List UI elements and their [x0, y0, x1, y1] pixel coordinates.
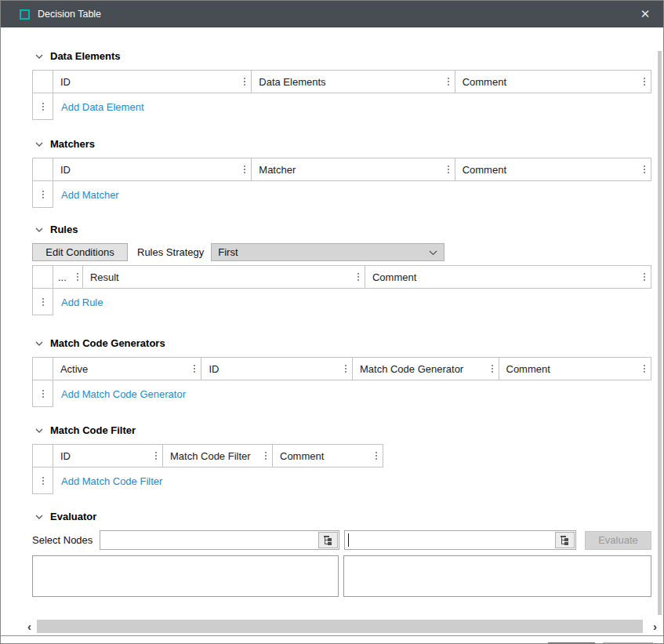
column-menu-icon[interactable]: [644, 166, 645, 173]
rules-strategy-select[interactable]: First: [211, 243, 444, 261]
row-menu-cell[interactable]: [32, 93, 53, 120]
column-header-active: Active: [53, 357, 202, 380]
text-caret: [348, 533, 349, 547]
select-nodes-input-2[interactable]: [344, 530, 576, 550]
select-nodes-input-1[interactable]: [100, 530, 339, 550]
close-icon[interactable]: ✕: [627, 1, 663, 27]
section-header-evaluator[interactable]: Evaluator: [32, 510, 651, 523]
column-label: Matcher: [259, 164, 296, 176]
decision-table-dialog: Decision Table ✕ Data Elements ID: [0, 0, 664, 644]
row-menu-cell[interactable]: [32, 289, 53, 315]
column-menu-icon[interactable]: [244, 78, 245, 86]
add-match-code-generator-link[interactable]: Add Match Code Generator: [53, 380, 186, 407]
add-match-code-filter-link[interactable]: Add Match Code Filter: [53, 468, 162, 494]
column-header-id: ID: [201, 357, 353, 380]
chevron-down-icon: [35, 54, 43, 59]
section-header-rules[interactable]: Rules: [32, 223, 651, 236]
column-menu-icon[interactable]: [492, 365, 493, 373]
column-menu-icon[interactable]: [77, 273, 78, 281]
evaluate-button[interactable]: Evaluate: [585, 531, 651, 550]
row-selector-header: [32, 70, 53, 93]
section-title: Matchers: [50, 138, 95, 150]
column-label: Comment: [463, 164, 506, 176]
scrollbar-thumb[interactable]: [37, 620, 643, 633]
column-header-id: ID: [53, 158, 252, 181]
section-title: Match Code Filter: [50, 424, 136, 436]
header-row: Active ID Match Code Generator Comment: [32, 357, 651, 380]
section-header-match-code-generators[interactable]: Match Code Generators: [32, 337, 651, 350]
row-menu-icon[interactable]: [42, 191, 44, 198]
column-header-result: Result: [83, 265, 365, 289]
row-menu-icon[interactable]: [42, 390, 44, 398]
vertical-scrollbar[interactable]: [658, 51, 662, 615]
row-menu-cell[interactable]: [32, 468, 53, 494]
section-title: Match Code Generators: [50, 337, 165, 349]
section-header-matchers[interactable]: Matchers: [32, 137, 651, 151]
add-row: Add Rule: [32, 289, 651, 315]
column-menu-icon[interactable]: [244, 166, 245, 173]
column-menu-icon[interactable]: [345, 365, 347, 373]
column-menu-icon[interactable]: [448, 166, 449, 173]
chevron-down-icon: [429, 246, 437, 258]
column-header-id: ID: [53, 70, 252, 93]
row-selector-header: [32, 158, 53, 181]
evaluator-controls: Select Nodes: [32, 530, 651, 550]
row-menu-cell[interactable]: [32, 181, 53, 208]
column-menu-icon[interactable]: [644, 365, 645, 373]
column-header-comment: Comment: [273, 444, 383, 468]
section-evaluator: Evaluator Select Nodes: [32, 510, 651, 597]
column-label: Comment: [463, 76, 506, 88]
add-data-element-link[interactable]: Add Data Element: [53, 93, 144, 120]
header-row: ID Match Code Filter Comment: [32, 444, 384, 468]
tree-icon: [323, 535, 334, 546]
column-menu-icon[interactable]: [376, 452, 377, 460]
section-title: Evaluator: [50, 511, 96, 522]
section-header-match-code-filter[interactable]: Match Code Filter: [32, 424, 651, 437]
column-menu-icon[interactable]: [357, 273, 359, 281]
column-label: Result: [90, 271, 119, 283]
row-menu-icon[interactable]: [42, 103, 44, 111]
column-header-conditions: ...: [53, 265, 83, 289]
column-menu-icon[interactable]: [265, 452, 267, 460]
section-title: Data Elements: [50, 50, 121, 62]
add-matcher-link[interactable]: Add Matcher: [53, 181, 119, 208]
row-menu-cell[interactable]: [32, 380, 53, 407]
rules-strategy-value: First: [218, 246, 238, 258]
section-match-code-generators: Match Code Generators Active ID Match Co…: [32, 337, 651, 407]
row-menu-icon[interactable]: [42, 298, 44, 306]
chevron-down-icon: [35, 227, 43, 232]
section-rules: Rules Edit Conditions Rules Strategy Fir…: [32, 223, 651, 315]
column-header-comment: Comment: [455, 158, 651, 181]
section-data-elements: Data Elements ID Data Elements Comment: [32, 49, 651, 120]
column-menu-icon[interactable]: [644, 273, 645, 281]
add-row: Add Match Code Generator: [32, 380, 651, 407]
column-label: ID: [60, 76, 71, 88]
scroll-right-icon[interactable]: ›: [649, 620, 661, 633]
rules-controls: Edit Conditions Rules Strategy First: [32, 243, 651, 261]
column-menu-icon[interactable]: [644, 78, 645, 86]
column-label: Match Code Generator: [360, 363, 463, 375]
add-row: Add Match Code Filter: [32, 468, 384, 494]
horizontal-scrollbar[interactable]: ‹ ›: [24, 618, 661, 634]
section-header-data-elements[interactable]: Data Elements: [32, 49, 651, 63]
row-menu-icon[interactable]: [42, 477, 44, 485]
tree-picker-button[interactable]: [555, 532, 575, 548]
match-code-generators-grid: Active ID Match Code Generator Comment: [32, 357, 651, 407]
rules-grid: ... Result Comment: [32, 265, 651, 315]
scrollbar-track[interactable]: [35, 620, 649, 633]
evaluator-output-right: [343, 555, 652, 597]
column-label: ID: [60, 450, 71, 462]
add-rule-link[interactable]: Add Rule: [53, 289, 103, 315]
section-title: Rules: [50, 224, 78, 235]
tree-icon: [560, 535, 571, 546]
column-menu-icon[interactable]: [448, 78, 449, 86]
column-label: ID: [209, 363, 219, 375]
scroll-left-icon[interactable]: ‹: [24, 620, 35, 633]
tree-picker-button[interactable]: [318, 532, 338, 548]
column-menu-icon[interactable]: [194, 365, 195, 373]
window-title: Decision Table: [38, 9, 101, 20]
column-menu-icon[interactable]: [155, 452, 157, 460]
header-row: ID Data Elements Comment: [32, 70, 651, 93]
edit-conditions-button[interactable]: Edit Conditions: [32, 243, 128, 261]
row-selector-header: [32, 444, 53, 468]
